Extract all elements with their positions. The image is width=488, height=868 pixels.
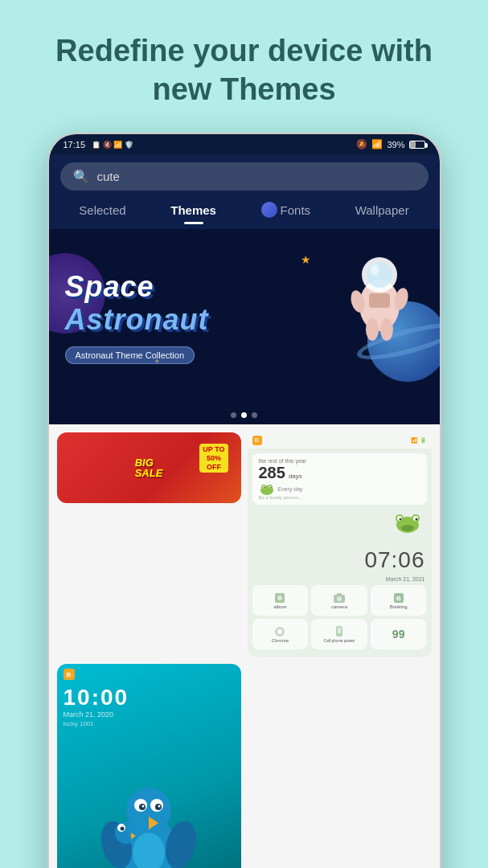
carousel-dot-3[interactable]: [252, 412, 257, 418]
tab-themes[interactable]: Themes: [162, 197, 224, 223]
carousel-dots: [49, 406, 440, 424]
app-icon-chrome[interactable]: Chrome: [252, 619, 309, 649]
tab-wallpaper-label: Wallpaper: [355, 203, 409, 217]
green-app-icons: album camera B BookIng: [248, 582, 432, 653]
status-left: 17:15 📋 🔇 📶 🛡️: [64, 140, 133, 149]
tab-selected[interactable]: Selected: [71, 197, 133, 223]
phone-mockup: 17:15 📋 🔇 📶 🛡️ 🔕 📶 39% 🔍 cute Selected T…: [47, 133, 441, 868]
wifi-icon: 📶: [371, 139, 383, 149]
tab-wallpaper[interactable]: Wallpaper: [347, 197, 417, 223]
svg-point-56: [121, 827, 125, 831]
every-day-text: Every day: [278, 486, 303, 492]
upto-badge: UP TO 50% OFF: [199, 444, 228, 473]
chrome-icon: [273, 625, 286, 638]
blue-app-icon: B: [64, 669, 75, 680]
headline-line1: Redefine your device with: [55, 34, 433, 68]
status-time: 17:15: [64, 140, 86, 149]
bird-illustration: [92, 752, 205, 868]
search-input-value[interactable]: cute: [97, 170, 120, 183]
search-icon: 🔍: [73, 169, 89, 184]
percent-text: 50%: [207, 454, 221, 462]
svg-rect-35: [338, 628, 341, 633]
svg-point-54: [115, 821, 137, 844]
big-sale-content: BIG SALE: [135, 457, 163, 478]
svg-point-23: [415, 518, 417, 521]
tab-selected-label: Selected: [79, 203, 125, 217]
app-icon-camera[interactable]: camera: [311, 585, 367, 616]
tab-themes-label: Themes: [170, 203, 216, 217]
off-text: OFF: [207, 463, 221, 471]
days-count: 285: [259, 464, 285, 482]
frog-illustration: [392, 510, 424, 534]
app-icon-booking[interactable]: B BookIng: [371, 585, 427, 616]
green-top-bar: B 📶🔋: [248, 432, 432, 448]
app-icon-album[interactable]: album: [252, 585, 309, 616]
counter-label: the rest of this year: [259, 458, 420, 464]
app-icon-cell-power[interactable]: Cell phone power: [311, 619, 367, 649]
carousel-dot-1[interactable]: [231, 412, 236, 418]
status-icons: 📋 🔇 📶 🛡️: [92, 141, 133, 149]
svg-point-22: [399, 518, 401, 521]
search-area: 🔍 cute: [49, 154, 440, 197]
card-blue-bird[interactable]: B 10:00 March 21, 2020 lucky 1001: [57, 664, 241, 868]
count-number: 99: [392, 628, 405, 641]
svg-point-24: [401, 525, 414, 531]
fonts-dot-icon: [261, 202, 277, 218]
svg-point-16: [269, 487, 271, 489]
cards-grid: BIG SALE UP TO 50% OFF B 📶🔋 the rest of …: [49, 424, 440, 868]
banner-title-line1: Space: [65, 271, 424, 303]
green-time-display: 07:06: [248, 544, 432, 576]
frog-widget-icon: [259, 482, 275, 495]
svg-point-26: [277, 596, 282, 600]
upto-text: UP TO: [203, 445, 224, 453]
album-icon: [273, 592, 286, 604]
battery-icon: [409, 141, 425, 149]
cell-power-icon: [333, 625, 346, 638]
status-right: 🔕 📶 39%: [356, 139, 424, 149]
status-bar: 17:15 📋 🔇 📶 🛡️ 🔕 📶 39%: [49, 134, 440, 154]
tab-fonts-label: Fonts: [281, 203, 311, 217]
banner: ★ ★ ✦ Space Astronaut Astronaut Theme Co…: [49, 229, 440, 406]
svg-point-43: [142, 805, 145, 808]
app-icon-count: 99: [371, 619, 427, 649]
svg-point-15: [263, 487, 265, 489]
days-unit: days: [289, 473, 302, 480]
big-sale-line2: SALE: [135, 468, 163, 478]
blue-card-date: March 21, 2020: [57, 710, 241, 719]
booking-icon: B: [392, 592, 405, 604]
svg-text:B: B: [396, 595, 401, 602]
be-lovely-text: Be a lovely person...: [259, 495, 420, 500]
card-green-theme[interactable]: B 📶🔋 the rest of this year 285 days: [248, 432, 432, 657]
blue-card-slogan: lucky 1001: [57, 719, 241, 732]
card-big-sale[interactable]: BIG SALE UP TO 50% OFF: [57, 432, 241, 503]
svg-rect-29: [337, 593, 342, 596]
bird-svg: [92, 752, 205, 868]
green-status-icons: 📶🔋: [411, 437, 427, 444]
green-counter-widget: the rest of this year 285 days: [252, 453, 427, 505]
headline-section: Redefine your device with new Themes: [23, 0, 465, 125]
carousel-dot-2[interactable]: [241, 412, 247, 418]
tab-navigation: Selected Themes Fonts Wallpaper: [49, 197, 440, 229]
banner-content: Space Astronaut Astronaut Theme Collecti…: [65, 271, 424, 364]
battery-label: 39%: [387, 140, 404, 149]
svg-point-44: [158, 805, 161, 808]
green-app-icon-small: B: [252, 436, 262, 445]
blue-card-header: B: [57, 664, 241, 685]
green-widgets: the rest of this year 285 days: [248, 448, 432, 544]
green-date: March 21, 2021: [248, 576, 432, 582]
blue-card-time: 10:00: [57, 685, 241, 710]
tab-fonts[interactable]: Fonts: [253, 197, 319, 223]
headline-line2: new Themes: [152, 72, 335, 106]
notification-icon: 🔕: [356, 139, 367, 149]
banner-title-line2: Astronaut: [65, 303, 424, 337]
svg-point-28: [337, 596, 342, 601]
banner-badge: Astronaut Theme Collection: [65, 346, 195, 364]
big-sale-text: BIG SALE: [135, 457, 163, 478]
svg-point-33: [277, 629, 282, 634]
search-bar[interactable]: 🔍 cute: [60, 162, 429, 190]
camera-icon: [333, 592, 346, 604]
